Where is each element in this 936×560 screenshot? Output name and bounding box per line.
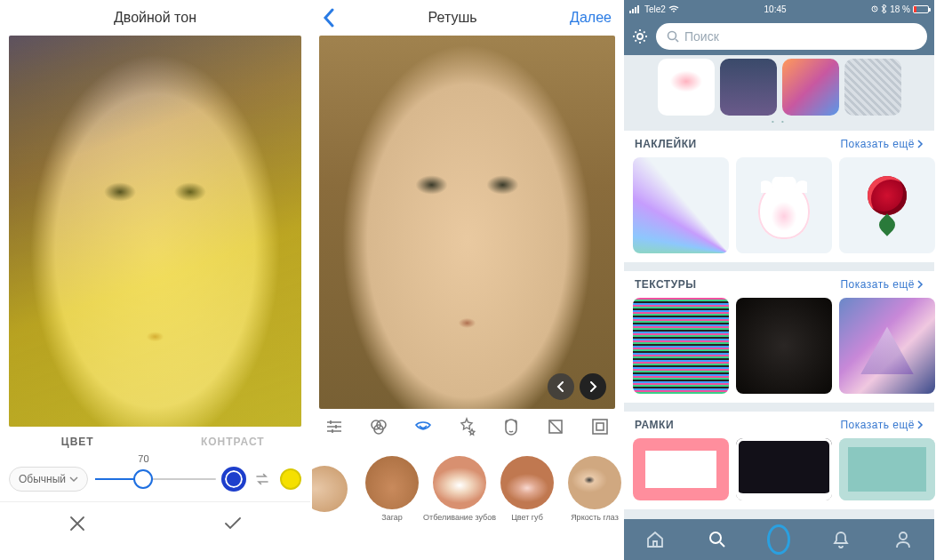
bluetooth-icon — [881, 4, 887, 13]
nav-search[interactable] — [706, 528, 729, 551]
header: Ретушь Далее — [312, 0, 622, 36]
tool-filter-icon[interactable] — [367, 415, 390, 438]
color-swatch-primary[interactable] — [223, 468, 244, 490]
tool-frame-icon[interactable] — [588, 415, 612, 438]
status-bar: Tele2 10:45 18 % — [624, 0, 934, 18]
nav-notifications[interactable] — [829, 528, 852, 551]
retouch-option-lips[interactable]: Цвет губ — [495, 456, 559, 522]
texture-glitch[interactable] — [633, 298, 729, 394]
frame-teal[interactable] — [839, 438, 935, 500]
style-select[interactable]: Обычный — [9, 467, 88, 492]
arrow-left-icon — [556, 381, 566, 392]
color-swatch-secondary[interactable] — [280, 468, 301, 490]
nav-profile[interactable] — [892, 528, 915, 551]
carrier-label: Tele2 — [644, 4, 666, 14]
retouch-option-tan[interactable]: Загар — [360, 456, 424, 522]
header-title: Ретушь — [428, 10, 477, 26]
chevron-right-icon — [916, 420, 924, 429]
frame-dark[interactable] — [736, 438, 832, 500]
chevron-down-icon — [69, 475, 78, 484]
search-input[interactable]: Поиск — [656, 23, 927, 50]
nav-create[interactable] — [767, 528, 790, 551]
featured-row — [624, 55, 934, 126]
tool-stickers-icon[interactable] — [500, 415, 523, 438]
bottom-nav — [624, 519, 934, 560]
slider-value: 70 — [138, 453, 148, 464]
tool-beauty-icon[interactable] — [412, 415, 435, 438]
tool-overlay-icon[interactable] — [544, 415, 567, 438]
screen-retouch: Ретушь Далее Загар Отбеливание зубов — [312, 0, 624, 560]
back-button[interactable] — [323, 8, 335, 28]
sticker-paw[interactable] — [736, 157, 832, 253]
home-icon — [645, 530, 665, 549]
swap-colors-button[interactable] — [252, 468, 273, 490]
search-placeholder: Поиск — [684, 29, 719, 44]
svg-rect-8 — [635, 7, 636, 13]
signal-icon — [629, 5, 642, 13]
featured-tile[interactable] — [782, 59, 839, 116]
preview-prev-button[interactable] — [548, 373, 574, 400]
featured-tile[interactable] — [658, 59, 715, 116]
battery-icon — [913, 5, 929, 13]
arrow-right-icon — [588, 381, 598, 392]
svg-rect-5 — [596, 423, 604, 430]
svg-rect-6 — [629, 11, 631, 13]
search-bar: Поиск — [624, 18, 934, 55]
tool-category-bar — [312, 409, 622, 444]
tab-color[interactable]: ЦВЕТ — [0, 436, 156, 448]
preview-image[interactable] — [319, 36, 615, 409]
screen-library: Tele2 10:45 18 % Поиск • • НАКЛЕЙКИ Пок — [624, 0, 936, 560]
bottom-actions — [0, 501, 310, 544]
chevron-right-icon — [916, 280, 924, 289]
tool-adjust-icon[interactable] — [323, 415, 346, 438]
svg-point-14 — [900, 532, 907, 540]
svg-point-12 — [668, 32, 676, 40]
bell-icon — [832, 530, 850, 549]
show-more-stickers[interactable]: Показать ещё — [840, 138, 924, 150]
chevron-right-icon — [916, 140, 924, 148]
search-icon — [708, 530, 727, 549]
tab-contrast[interactable]: КОНТРАСТ — [156, 436, 311, 448]
apply-button[interactable] — [156, 502, 311, 544]
intensity-slider[interactable]: 70 — [95, 466, 216, 492]
svg-point-13 — [710, 532, 721, 543]
featured-tile[interactable] — [720, 59, 777, 116]
chevron-left-icon — [323, 8, 335, 28]
style-label: Обычный — [19, 473, 66, 485]
svg-point-11 — [637, 34, 643, 39]
section-title: ТЕКСТУРЫ — [635, 278, 696, 291]
page-indicator: • • — [624, 117, 934, 125]
sticker-rose[interactable] — [839, 157, 935, 253]
texture-crystal[interactable] — [839, 298, 935, 394]
nav-home[interactable] — [644, 528, 667, 551]
next-button[interactable]: Далее — [570, 10, 612, 26]
clock: 10:45 — [764, 4, 787, 14]
texture-dark[interactable] — [736, 298, 832, 394]
retouch-option-partial-left[interactable] — [319, 466, 356, 512]
svg-rect-9 — [637, 5, 639, 13]
header-title: Двойной тон — [0, 0, 310, 36]
retouch-option-teeth[interactable]: Отбеливание зубов — [428, 456, 492, 522]
section-title: РАМКИ — [635, 419, 674, 431]
retouch-options: Загар Отбеливание зубов Цвет губ Яркость… — [312, 444, 622, 533]
settings-button[interactable] — [631, 28, 649, 45]
section-title: НАКЛЕЙКИ — [635, 138, 697, 150]
person-icon — [894, 530, 912, 549]
cancel-button[interactable] — [0, 502, 156, 544]
battery-percent: 18 % — [890, 4, 910, 14]
swap-icon — [253, 470, 271, 488]
tool-effects-icon[interactable] — [455, 415, 478, 438]
sticker-rainbow[interactable] — [633, 157, 729, 253]
frame-red[interactable] — [633, 438, 729, 500]
preview-next-button[interactable] — [580, 373, 606, 400]
wifi-icon — [668, 5, 679, 13]
show-more-frames[interactable]: Показать ещё — [840, 419, 924, 431]
section-stickers: НАКЛЕЙКИ Показать ещё — [624, 131, 934, 262]
svg-rect-7 — [632, 9, 634, 13]
show-more-textures[interactable]: Показать ещё — [840, 278, 924, 291]
retouch-option-eyes[interactable]: Яркость глаз — [563, 456, 622, 522]
adjust-tabs: ЦВЕТ КОНТРАСТ — [0, 427, 310, 457]
alarm-icon — [871, 4, 878, 13]
preview-image[interactable] — [9, 36, 301, 427]
featured-tile[interactable] — [844, 59, 901, 116]
